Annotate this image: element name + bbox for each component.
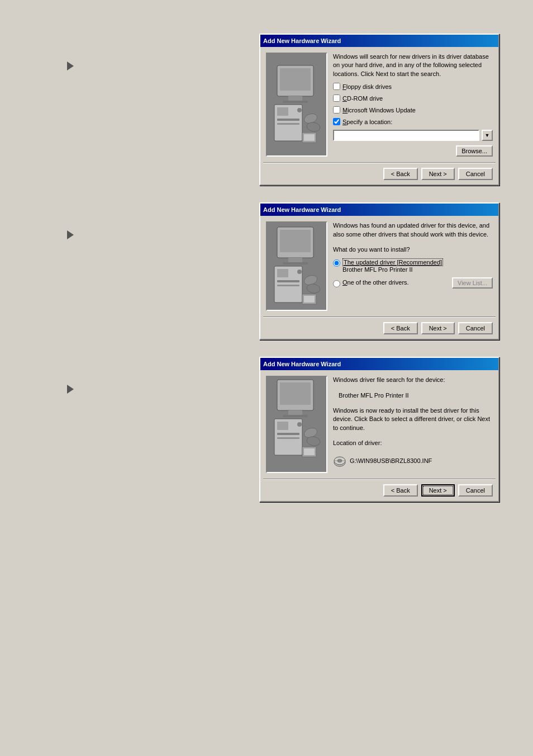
dialog-image-1 xyxy=(266,53,327,157)
radio-updated-driver-input[interactable] xyxy=(333,259,340,267)
dialog-window-1: Add New Hardware Wizard xyxy=(259,34,499,186)
dialog-content-3: Windows driver file search for the devic… xyxy=(260,370,498,479)
radio-other-driver: One of the other drivers. xyxy=(333,279,409,287)
checkbox-floppy: Floppy disk drives xyxy=(333,83,493,90)
wizard-row-3: Add New Hardware Wizard xyxy=(0,357,499,502)
back-button-3[interactable]: < Back xyxy=(383,484,418,497)
page-container: Add New Hardware Wizard xyxy=(0,0,533,756)
svg-rect-12 xyxy=(304,134,315,141)
checkbox-location-input[interactable] xyxy=(333,118,340,125)
search-text-3: Windows driver file search for the devic… xyxy=(333,376,493,384)
svg-rect-8 xyxy=(277,123,299,125)
radio-updated-driver-sublabel: Brother MFL Pro Printer II xyxy=(342,266,443,273)
dialog-buttons-1: < Back Next > Cancel xyxy=(260,163,498,185)
dialog-right-2: Windows has found an updated driver for … xyxy=(333,221,493,311)
dialog-image-3 xyxy=(266,376,327,473)
checkbox-cdrom-label: CD-ROM drive xyxy=(342,95,383,102)
disk-icon xyxy=(333,455,346,467)
next-button-2[interactable]: Next > xyxy=(421,322,455,334)
location-label-3: Location of driver: xyxy=(333,439,493,447)
dialog-description-1: Windows will search for new drivers in i… xyxy=(333,53,493,78)
cancel-button-3[interactable]: Cancel xyxy=(458,484,493,497)
wizard-row-1: Add New Hardware Wizard xyxy=(0,34,499,186)
dialog-right-1: Windows will search for new drivers in i… xyxy=(333,53,493,157)
svg-rect-28 xyxy=(288,410,302,415)
svg-rect-29 xyxy=(283,415,308,417)
location-dropdown-1[interactable]: ▼ xyxy=(482,130,493,141)
dialog-window-3: Add New Hardware Wizard xyxy=(259,357,499,502)
dialog-image-2 xyxy=(266,221,327,311)
dialog-question-2: What do you want to install? xyxy=(333,245,493,254)
dialog-title-3: Add New Hardware Wizard xyxy=(263,361,341,367)
computer-illustration-2 xyxy=(269,224,325,308)
wizard-row-2: Add New Hardware Wizard xyxy=(0,202,499,340)
arrow-indicator-1 xyxy=(67,62,74,70)
checkbox-cdrom: CD-ROM drive xyxy=(333,94,493,102)
svg-rect-18 xyxy=(277,269,288,277)
svg-point-33 xyxy=(297,422,302,427)
dialog-window-2: Add New Hardware Wizard xyxy=(259,202,499,340)
dialog-buttons-2: < Back Next > Cancel xyxy=(260,318,498,339)
checkbox-floppy-input[interactable] xyxy=(333,83,340,90)
arrow-indicator-3 xyxy=(67,385,74,394)
svg-rect-2 xyxy=(288,96,302,101)
cancel-button-1[interactable]: Cancel xyxy=(458,168,493,180)
checkbox-winupdate-label: Microsoft Windows Update xyxy=(342,107,416,114)
dialog-description-2: Windows has found an updated driver for … xyxy=(333,221,493,239)
next-button-1[interactable]: Next > xyxy=(421,168,455,180)
svg-rect-27 xyxy=(280,382,311,405)
ready-text-3: Windows is now ready to install the best… xyxy=(333,407,493,432)
svg-rect-38 xyxy=(304,448,315,455)
radio-updated-driver-labels: The updated driver [Recommended] Brother… xyxy=(342,258,443,273)
svg-rect-15 xyxy=(288,258,302,262)
svg-point-7 xyxy=(297,108,302,112)
dialog-titlebar-2: Add New Hardware Wizard xyxy=(260,204,498,216)
dialog-content-1: Windows will search for new drivers in i… xyxy=(260,47,498,162)
checkbox-floppy-label: Floppy disk drives xyxy=(342,83,392,90)
location-row-1: G:\WIN98USB ▼ xyxy=(333,130,493,141)
radio-other-driver-label: One of the other drivers. xyxy=(342,279,409,286)
dialog-buttons-3: < Back Next > Cancel xyxy=(260,480,498,501)
radio-updated-driver: The updated driver [Recommended] Brother… xyxy=(333,258,493,273)
dialog-title-1: Add New Hardware Wizard xyxy=(263,37,341,44)
driver-path-3: G:\WIN98USB\BRZL8300.INF xyxy=(350,457,432,464)
cancel-button-2[interactable]: Cancel xyxy=(458,322,493,334)
svg-rect-34 xyxy=(277,437,299,439)
dialog-titlebar-3: Add New Hardware Wizard xyxy=(260,358,498,370)
location-input-1[interactable]: G:\WIN98USB xyxy=(333,130,479,141)
next-button-3[interactable]: Next > xyxy=(421,484,455,497)
dialog-right-3: Windows driver file search for the devic… xyxy=(333,376,493,473)
svg-rect-6 xyxy=(277,119,299,121)
svg-rect-3 xyxy=(283,101,308,103)
driver-location-row: G:\WIN98USB\BRZL8300.INF xyxy=(333,455,493,467)
browse-button-1[interactable]: Browse... xyxy=(456,145,493,157)
checkbox-winupdate: Microsoft Windows Update xyxy=(333,106,493,114)
svg-rect-25 xyxy=(304,296,315,303)
view-list-button[interactable]: View List... xyxy=(452,277,493,289)
dialog-content-2: Windows has found an updated driver for … xyxy=(260,216,498,316)
svg-point-20 xyxy=(297,270,302,274)
svg-rect-21 xyxy=(277,285,299,286)
checkbox-winupdate-input[interactable] xyxy=(333,106,340,114)
dialog-title-2: Add New Hardware Wizard xyxy=(263,206,341,213)
checkbox-location-label: Specify a location: xyxy=(342,119,392,125)
checkbox-location: Specify a location: xyxy=(333,118,493,125)
svg-rect-14 xyxy=(280,230,311,252)
svg-rect-32 xyxy=(277,433,299,435)
radio-other-driver-input[interactable] xyxy=(333,280,340,287)
dialog-titlebar-1: Add New Hardware Wizard xyxy=(260,35,498,47)
back-button-1[interactable]: < Back xyxy=(383,168,418,180)
svg-rect-16 xyxy=(283,262,308,264)
back-button-2[interactable]: < Back xyxy=(383,322,418,334)
computer-illustration-1 xyxy=(269,63,325,147)
device-name-3: Brother MFL Pro Printer II xyxy=(339,391,493,400)
svg-rect-19 xyxy=(277,280,299,282)
svg-rect-1 xyxy=(280,68,311,91)
svg-rect-5 xyxy=(277,107,288,116)
radio-other-driver-row: One of the other drivers. View List... xyxy=(333,277,493,289)
radio-updated-driver-label: The updated driver [Recommended] xyxy=(342,258,443,266)
arrow-indicator-2 xyxy=(67,230,74,239)
checkbox-cdrom-input[interactable] xyxy=(333,94,340,102)
svg-rect-31 xyxy=(277,422,288,430)
computer-illustration-3 xyxy=(269,377,325,472)
